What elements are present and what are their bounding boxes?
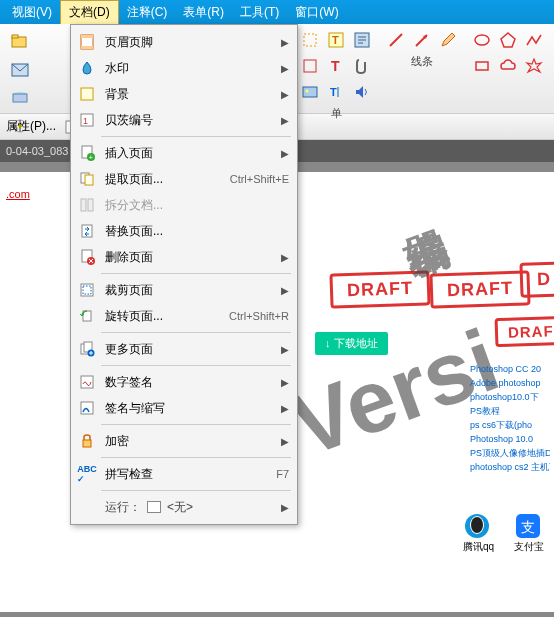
menu-extract-page[interactable]: 提取页面...Ctrl+Shift+E (71, 166, 297, 192)
pencil-icon[interactable] (436, 28, 460, 52)
menu-separator (101, 457, 291, 458)
menu-annotate[interactable]: 注释(C) (119, 1, 176, 24)
tool-group-edit: T T T 单 (294, 28, 378, 109)
menu-separator (101, 273, 291, 274)
svg-rect-16 (303, 87, 317, 97)
cloud-icon[interactable] (496, 54, 520, 78)
chevron-right-icon: ▶ (281, 436, 289, 447)
app-shortcut-qq[interactable]: 腾讯qq (463, 512, 494, 554)
menu-tools[interactable]: 工具(T) (232, 1, 287, 24)
menu-delete-page[interactable]: 删除页面▶ (71, 244, 297, 270)
list-item[interactable]: Adobe photoshop (470, 376, 550, 390)
ellipse-icon[interactable] (470, 28, 494, 52)
svg-point-27 (471, 517, 483, 533)
menu-forms[interactable]: 表单(R) (175, 1, 232, 24)
arrow-icon[interactable] (410, 28, 434, 52)
more-pages-icon (77, 339, 97, 359)
list-item[interactable]: ps cs6下载(pho (470, 418, 550, 432)
menu-spellcheck[interactable]: ABC✓拼写检查F7 (71, 461, 297, 487)
menu-run-field[interactable]: 运行： <无> ▶ (71, 494, 297, 520)
menu-separator (101, 490, 291, 491)
chevron-right-icon: ▶ (281, 403, 289, 414)
scanner-button[interactable] (6, 86, 34, 110)
chevron-right-icon: ▶ (281, 285, 289, 296)
open-file-button[interactable] (6, 30, 34, 54)
menu-document[interactable]: 文档(D) (60, 0, 119, 24)
list-item[interactable]: PS教程 (470, 404, 550, 418)
sound-icon[interactable] (350, 80, 374, 104)
image-icon[interactable] (298, 80, 322, 104)
text-icon[interactable]: T (324, 54, 348, 78)
svg-rect-32 (81, 46, 93, 49)
typewriter-icon[interactable]: T (324, 80, 348, 104)
pentagon-icon[interactable] (496, 28, 520, 52)
svg-rect-42 (88, 199, 93, 211)
menu-separator (101, 424, 291, 425)
note-icon[interactable] (350, 28, 374, 52)
background-icon (77, 84, 97, 104)
list-item[interactable]: photoshop10.0下 (470, 390, 550, 404)
replace-page-icon (77, 221, 97, 241)
svg-rect-41 (81, 199, 86, 211)
document-tab[interactable]: 0-04-03_083 (6, 145, 68, 157)
app-shortcut-alipay[interactable]: 支 支付宝 (514, 512, 544, 554)
svg-rect-7 (304, 34, 316, 46)
text-edit-icon[interactable]: T (324, 28, 348, 52)
group-label-form: 单 (331, 106, 342, 121)
rotate-page-icon (77, 306, 97, 326)
burst-icon[interactable] (522, 54, 546, 78)
menu-digital-signature[interactable]: 数字签名▶ (71, 369, 297, 395)
chevron-right-icon: ▶ (281, 252, 289, 263)
mail-button[interactable] (6, 58, 34, 82)
page-link[interactable]: .com (6, 188, 30, 200)
menu-watermark[interactable]: 水印▶ (71, 55, 297, 81)
menu-rotate-page[interactable]: 旋转页面...Ctrl+Shift+R (71, 303, 297, 329)
menu-background[interactable]: 背景▶ (71, 81, 297, 107)
line-icon[interactable] (384, 28, 408, 52)
menu-view[interactable]: 视图(V) (4, 1, 60, 24)
delete-page-icon (77, 247, 97, 267)
sidebar-link-list: Photoshop CC 20 Adobe photoshop photosho… (470, 362, 550, 474)
menu-bates-numbering[interactable]: 1贝茨编号▶ (71, 107, 297, 133)
crop-page-icon (77, 280, 97, 300)
menu-header-footer[interactable]: 页眉页脚▶ (71, 29, 297, 55)
list-item[interactable]: Photoshop CC 20 (470, 362, 550, 376)
menu-replace-page[interactable]: 替换页面... (71, 218, 297, 244)
polyline-icon[interactable] (522, 28, 546, 52)
chevron-right-icon: ▶ (281, 502, 289, 513)
menu-crop-page[interactable]: 裁剪页面▶ (71, 277, 297, 303)
menu-separator (101, 136, 291, 137)
encrypt-icon (77, 431, 97, 451)
download-button[interactable]: ↓ 下载地址 (315, 332, 388, 355)
menu-separator (101, 332, 291, 333)
menubar: 视图(V) 文档(D) 注释(C) 表单(R) 工具(T) 窗口(W) (0, 0, 554, 24)
menu-sign-initials[interactable]: 签名与缩写▶ (71, 395, 297, 421)
svg-text:1: 1 (83, 116, 88, 126)
properties-button[interactable]: 属性(P)... (6, 118, 56, 135)
rect-icon[interactable] (470, 54, 494, 78)
svg-text:T: T (330, 86, 337, 98)
list-item[interactable]: PS顶级人像修地插DR (470, 446, 550, 460)
svg-rect-56 (83, 440, 91, 447)
extract-page-icon (77, 169, 97, 189)
watermark-icon (77, 58, 97, 78)
svg-text:T: T (331, 58, 340, 74)
list-item[interactable]: Photoshop 10.0 (470, 432, 550, 446)
svg-rect-23 (476, 62, 488, 70)
menu-window[interactable]: 窗口(W) (287, 1, 346, 24)
draft-stamp: DRAFT (429, 270, 530, 308)
svg-rect-40 (85, 175, 93, 185)
menu-insert-page[interactable]: +插入页面▶ (71, 140, 297, 166)
chevron-right-icon: ▶ (281, 63, 289, 74)
highlight-icon[interactable] (298, 28, 322, 52)
area-icon[interactable] (298, 54, 322, 78)
list-item[interactable]: photoshop cs2 主机下 (470, 460, 550, 474)
insert-page-icon: + (77, 143, 97, 163)
menu-encrypt[interactable]: 加密▶ (71, 428, 297, 454)
svg-line-20 (390, 34, 402, 46)
chevron-right-icon: ▶ (281, 344, 289, 355)
svg-rect-33 (81, 88, 93, 100)
attach-icon[interactable] (350, 54, 374, 78)
menu-more-pages[interactable]: 更多页面▶ (71, 336, 297, 362)
svg-text:+: + (89, 153, 94, 161)
